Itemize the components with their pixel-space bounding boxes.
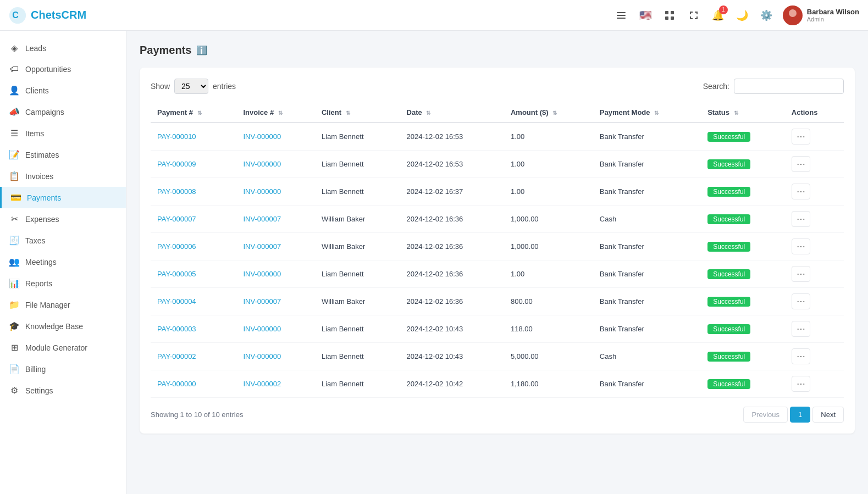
payment-link[interactable]: PAY-000007 [157,215,196,223]
sidebar-item-expenses[interactable]: ✂Expenses [0,208,126,230]
sidebar-item-billing[interactable]: 📄Billing [0,358,126,380]
invoice-link[interactable]: INV-000007 [243,297,281,306]
status-badge: Successful [707,132,750,142]
sidebar-item-invoices[interactable]: 📋Invoices [0,165,126,187]
client-cell: Liam Bennett [315,315,400,343]
info-icon[interactable]: ℹ️ [196,45,207,55]
sidebar-item-payments[interactable]: 💳Payments [0,187,126,208]
svg-rect-6 [671,11,674,14]
col-client[interactable]: Client ⇅ [315,103,400,123]
payment-link[interactable]: PAY-000003 [157,325,196,333]
sidebar-item-opportunities[interactable]: 🏷Opportunities [0,59,126,80]
invoice-link[interactable]: INV-000000 [243,325,281,333]
payment-link[interactable]: PAY-000005 [157,270,196,278]
user-role: Admin [807,16,859,23]
header-actions: 🇺🇸 🔔 1 🌙 ⚙️ Barbara Wilson [613,5,859,25]
next-button[interactable]: Next [812,407,844,423]
payment-link[interactable]: PAY-000004 [157,297,196,306]
sidebar-item-estimates[interactable]: 📝Estimates [0,144,126,165]
actions-button[interactable]: ⋯ [792,266,810,282]
col-invoice_num[interactable]: Invoice # ⇅ [236,103,314,123]
sidebar-label-leads: Leads [25,44,46,53]
menu-icon[interactable] [613,8,629,23]
svg-point-10 [786,18,799,25]
invoice-link[interactable]: INV-000000 [243,270,281,278]
payment-link[interactable]: PAY-000000 [157,380,196,388]
actions-button[interactable]: ⋯ [792,376,810,392]
previous-button[interactable]: Previous [743,407,788,423]
table-row: PAY-000007INV-000007William Baker2024-12… [151,206,844,233]
header: C ChetsCRM 🇺🇸 🔔 [0,0,868,31]
sidebar-item-settings[interactable]: ⚙Settings [0,380,126,401]
sidebar-label-estimates: Estimates [25,151,59,159]
grid-icon[interactable] [662,8,677,23]
actions-button[interactable]: ⋯ [792,293,810,309]
invoice-link[interactable]: INV-000002 [243,380,281,388]
date-cell: 2024-12-02 16:36 [400,206,504,233]
col-status[interactable]: Status ⇅ [701,103,785,123]
fullscreen-icon[interactable] [686,8,701,23]
actions-button[interactable]: ⋯ [792,238,810,254]
payment-link[interactable]: PAY-000010 [157,132,196,141]
col-amount[interactable]: Amount ($) ⇅ [504,103,593,123]
invoice-link[interactable]: INV-000000 [243,160,281,168]
invoice-link[interactable]: INV-000000 [243,352,281,360]
amount-cell: 1.00 [504,123,593,151]
logo[interactable]: C ChetsCRM [9,7,135,24]
amount-cell: 1,180.00 [504,370,593,398]
col-payment_num[interactable]: Payment # ⇅ [151,103,236,123]
sidebar-item-file-manager[interactable]: 📁File Manager [0,294,126,315]
actions-button[interactable]: ⋯ [792,156,810,172]
sidebar-item-meetings[interactable]: 👥Meetings [0,251,126,273]
sidebar-item-leads[interactable]: ◈Leads [0,37,126,59]
amount-cell: 118.00 [504,315,593,343]
user-profile[interactable]: Barbara Wilson Admin [783,5,859,25]
payment-link[interactable]: PAY-000009 [157,160,196,168]
taxes-icon: 🧾 [9,235,20,246]
sidebar-item-module-generator[interactable]: ⊞Module Generator [0,337,126,358]
invoice-link[interactable]: INV-000000 [243,132,281,141]
amount-cell: 1,000.00 [504,233,593,260]
search-input[interactable] [734,79,844,94]
payment-link[interactable]: PAY-000006 [157,242,196,251]
invoice-link[interactable]: INV-000000 [243,187,281,196]
reports-icon: 📊 [9,278,20,288]
dark-mode-icon[interactable]: 🌙 [734,8,750,23]
sidebar-label-invoices: Invoices [25,172,53,181]
actions-button[interactable]: ⋯ [792,184,810,199]
status-badge: Successful [707,242,750,252]
actions-button[interactable]: ⋯ [792,211,810,227]
col-payment_mode[interactable]: Payment Mode ⇅ [593,103,701,123]
settings-icon[interactable]: ⚙️ [759,8,774,23]
notification-icon[interactable]: 🔔 1 [710,8,726,23]
amount-cell: 1.00 [504,178,593,206]
date-cell: 2024-12-02 16:36 [400,233,504,260]
entries-select[interactable]: 25 10 50 100 [174,79,208,94]
actions-button[interactable]: ⋯ [792,348,810,364]
sidebar-item-clients[interactable]: 👤Clients [0,80,126,101]
payment-link[interactable]: PAY-000008 [157,187,196,196]
expenses-icon: ✂ [9,214,20,224]
sidebar-item-campaigns[interactable]: 📣Campaigns [0,101,126,123]
main-content: Payments ℹ️ Show 25 10 50 100 entries Se… [126,31,868,494]
flag-icon[interactable]: 🇺🇸 [638,8,653,23]
sidebar-item-items[interactable]: ☰Items [0,123,126,144]
invoice-link[interactable]: INV-000007 [243,242,281,251]
actions-button[interactable]: ⋯ [792,321,810,337]
avatar [783,5,803,25]
status-badge: Successful [707,379,750,389]
page-title-container: Payments ℹ️ [140,44,855,57]
amount-cell: 1.00 [504,260,593,288]
actions-button[interactable]: ⋯ [792,129,810,145]
payment-link[interactable]: PAY-000002 [157,352,196,360]
search-label: Search: [703,82,729,91]
page-1-button[interactable]: 1 [790,407,810,423]
col-date[interactable]: Date ⇅ [400,103,504,123]
invoice-link[interactable]: INV-000007 [243,215,281,223]
sidebar-item-reports[interactable]: 📊Reports [0,273,126,294]
sidebar-item-knowledge-base[interactable]: 🎓Knowledge Base [0,315,126,337]
module-generator-icon: ⊞ [9,342,20,353]
table-row: PAY-000000INV-000002Liam Bennett2024-12-… [151,370,844,398]
sidebar-item-taxes[interactable]: 🧾Taxes [0,230,126,251]
svg-rect-3 [617,15,626,16]
